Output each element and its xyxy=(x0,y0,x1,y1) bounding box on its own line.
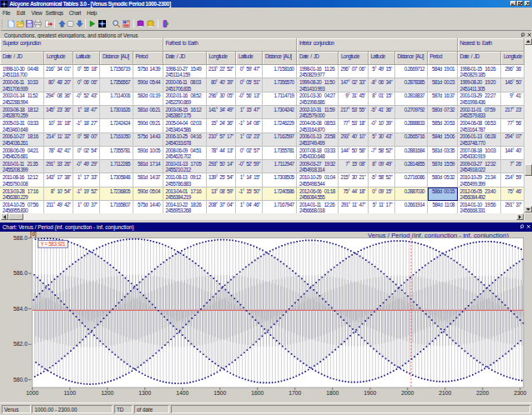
svg-text:1800: 1800 xyxy=(326,390,339,396)
svg-text:1500: 1500 xyxy=(213,390,226,396)
svg-text:582.0: 582.0 xyxy=(13,341,28,347)
svg-text:1300: 1300 xyxy=(138,390,151,396)
svg-text:586.0: 586.0 xyxy=(13,270,28,276)
svg-text:584.0: 584.0 xyxy=(13,306,28,312)
svg-text:2100: 2100 xyxy=(439,390,451,396)
svg-text:1900: 1900 xyxy=(364,390,376,396)
svg-text:1600: 1600 xyxy=(251,390,263,396)
svg-text:2000: 2000 xyxy=(401,390,414,396)
svg-text:1400: 1400 xyxy=(176,390,188,396)
svg-text:1700: 1700 xyxy=(289,390,301,396)
svg-text:1100: 1100 xyxy=(63,390,76,396)
svg-text:[d]: [d] xyxy=(30,231,37,238)
svg-text:588.0: 588.0 xyxy=(13,235,28,241)
svg-text:2300: 2300 xyxy=(514,390,526,396)
svg-text:Y = 583.921: Y = 583.921 xyxy=(41,241,66,247)
svg-text:1000: 1000 xyxy=(26,390,38,396)
svg-text:1200: 1200 xyxy=(101,390,113,396)
svg-text:2200: 2200 xyxy=(476,390,489,396)
svg-text:580.0: 580.0 xyxy=(13,377,28,382)
